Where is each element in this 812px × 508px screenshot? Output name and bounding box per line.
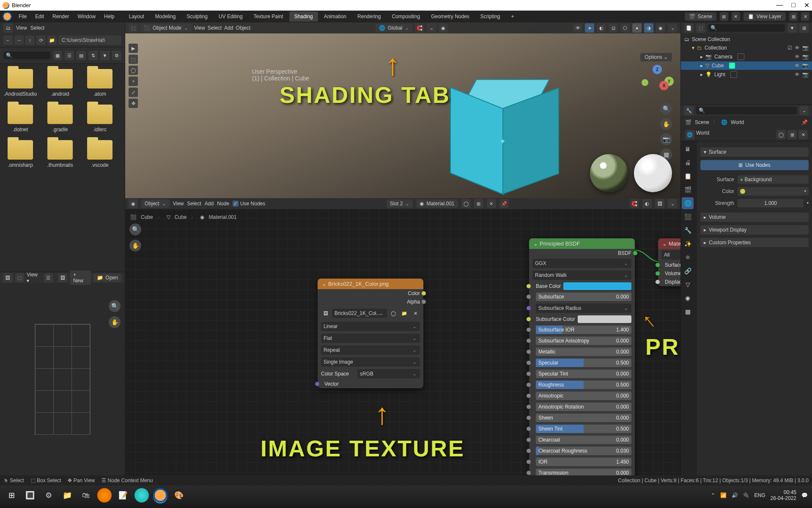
tab-layout[interactable]: Layout (124, 11, 149, 22)
mat-unlink-icon[interactable]: ✕ (487, 199, 496, 208)
app2-icon[interactable]: 🎨 (172, 488, 186, 502)
filebrowser-search[interactable]: 🔍 (3, 52, 50, 59)
props-search[interactable]: 🔍 (696, 107, 797, 114)
nav-refresh-icon[interactable]: ⟳ (36, 36, 46, 45)
notepad-icon[interactable]: 📝 (116, 488, 130, 502)
mat-pin-icon[interactable]: 📌 (499, 199, 509, 208)
outliner-item-cube[interactable]: ▸▽Cube👁📷 (681, 61, 812, 70)
render-icon[interactable]: 📷 (802, 45, 809, 51)
outliner-editor-type-icon[interactable]: 📑 (684, 23, 694, 33)
vp-select[interactable]: Select (208, 25, 222, 31)
menu-file[interactable]: File (17, 12, 28, 21)
hdri-sphere[interactable] (590, 154, 628, 192)
ptab-modifier-icon[interactable]: 🔧 (682, 224, 694, 236)
eye-icon[interactable]: 👁 (795, 63, 800, 69)
app1-icon[interactable] (134, 488, 149, 502)
folder-item[interactable]: .idlerc (83, 105, 117, 133)
ne-node[interactable]: Node (217, 201, 229, 207)
gizmo-icon[interactable]: ➤ (585, 23, 594, 33)
imtex-unlink-icon[interactable]: ✕ (411, 309, 420, 318)
socket-vector-icon[interactable] (315, 382, 319, 386)
node-editor[interactable]: ◉ Object⌄ View Select Add Node ✓ Use Nod… (125, 198, 680, 475)
bc-mat[interactable]: Material.001 (208, 214, 236, 220)
tab-sculpting[interactable]: Sculpting (182, 11, 213, 22)
tab-texture-paint[interactable]: Texture Paint (249, 11, 288, 22)
param-slider[interactable]: Clearcoat Roughness0.030 (536, 447, 631, 455)
world-unlink-icon[interactable]: ✕ (798, 130, 808, 139)
orientation-selector[interactable]: 🌐Global⌄ (376, 24, 413, 32)
socket-volume-icon[interactable] (656, 271, 660, 276)
nav-newdir-icon[interactable]: 📁 (47, 36, 57, 45)
uv-image-linked-icon[interactable]: 🖼 (58, 273, 67, 282)
viewlayer-new-button[interactable]: ⊞ (789, 12, 798, 21)
window-minimize-button[interactable]: — (776, 1, 783, 9)
tab-rendering[interactable]: Rendering (352, 11, 386, 22)
param-slider[interactable]: Subsurface Anisotropy0.000 (536, 337, 631, 345)
param-slider[interactable]: Anisotropic Rotation0.000 (536, 403, 631, 411)
firefox-icon[interactable] (97, 488, 112, 502)
nav-up-icon[interactable]: ↑ (25, 36, 35, 45)
socket-bsdf-icon[interactable] (633, 251, 637, 255)
axis-x-icon[interactable]: X (659, 81, 669, 90)
bsdf-sss-method[interactable]: Random Walk (532, 271, 631, 280)
vp-object[interactable]: Object (236, 25, 251, 31)
eye-icon[interactable]: 👁 (795, 54, 800, 60)
folder-item[interactable]: .atom (83, 69, 117, 97)
outliner-item-light[interactable]: ▸💡Light👁📷 (681, 70, 812, 79)
nav-back-icon[interactable]: ← (3, 36, 13, 45)
tab-add[interactable]: + (506, 11, 519, 22)
param-slider[interactable]: Specular Tint0.000 (536, 370, 631, 378)
grey-sphere[interactable] (634, 154, 672, 192)
socket-alpha-icon[interactable] (422, 300, 426, 304)
param-slider[interactable]: IOR1.450 (536, 458, 631, 466)
eye-icon[interactable]: 👁 (795, 45, 800, 51)
folder-item[interactable]: .android (43, 69, 77, 97)
explorer-icon[interactable]: 📁 (60, 488, 74, 502)
viewlayer-unlink-button[interactable]: ✕ (801, 12, 809, 21)
matout-target[interactable]: All (661, 250, 680, 260)
window-close-button[interactable]: ✕ (804, 1, 809, 9)
bsdf-distribution[interactable]: GGX (532, 259, 631, 268)
socket-icon[interactable] (527, 394, 531, 398)
ptab-data-icon[interactable]: ▽ (682, 279, 694, 290)
socket-color-icon[interactable] (422, 291, 426, 295)
tray-chevron-icon[interactable]: ⌃ (711, 492, 715, 498)
snap-menu-icon[interactable]: ⌄ (427, 23, 436, 33)
socket-icon[interactable] (527, 438, 531, 442)
scene-unlink-button[interactable]: ✕ (732, 12, 740, 21)
tab-scripting[interactable]: Scripting (475, 11, 505, 22)
uv-canvas[interactable]: 🔍 ✋ (0, 283, 125, 475)
3d-viewport[interactable]: ⬚ ⬛Object Mode⌄ View Select Add Object 🌐… (125, 22, 680, 198)
tab-compositing[interactable]: Compositing (387, 11, 425, 22)
pin-icon[interactable]: 📌 (801, 119, 808, 125)
node-editor-type-icon[interactable]: ◉ (129, 199, 138, 208)
imtex-projection[interactable]: Flat (321, 334, 420, 343)
ne-backdrop-icon[interactable]: 🖼 (655, 199, 664, 208)
ptab-viewlayer-icon[interactable]: 📋 (682, 170, 694, 182)
shading-rendered-icon[interactable]: ◉ (656, 23, 665, 33)
ne-options-icon[interactable]: ⌄ (668, 199, 677, 208)
viewport-editor-type-icon[interactable]: ⬚ (129, 23, 138, 33)
color-swatch[interactable] (578, 315, 631, 323)
render-icon[interactable]: 📷 (802, 72, 809, 77)
nav-fwd-icon[interactable]: → (14, 36, 24, 45)
tool-select-box-icon[interactable]: ⬚ (129, 55, 138, 64)
imtex-interp[interactable]: Linear (321, 322, 420, 331)
section-volume[interactable]: ▸Volume (700, 213, 809, 222)
material-selector[interactable]: ◉Material.001 (416, 199, 458, 208)
socket-surface-icon[interactable] (656, 263, 660, 267)
overlay-icon[interactable]: ◐ (597, 23, 606, 33)
menu-window[interactable]: Window (76, 12, 97, 21)
vp-add[interactable]: Add (224, 25, 233, 31)
outliner[interactable]: 🗂Scene Collection ▾🗀Collection☑👁📷 ▸📷Came… (681, 33, 812, 105)
param-slider[interactable]: Roughness0.500 (536, 381, 631, 389)
node-image-texture[interactable]: ⌄Bricks022_1K_Color.png Color Alpha 🖼 Br… (318, 279, 423, 388)
props-editor-type-icon[interactable]: 🔧 (684, 106, 694, 115)
param-slider[interactable]: Transmission0.000 (536, 469, 631, 475)
strength-value[interactable]: 1.000 (738, 199, 804, 207)
editor-type-filebrowser-icon[interactable]: 🗂 (3, 23, 13, 33)
mat-users-icon[interactable]: ◯ (461, 199, 471, 208)
socket-icon[interactable] (527, 427, 531, 431)
uv-view[interactable]: View ▾ (27, 272, 41, 284)
section-custom-props[interactable]: ▸Custom Properties (700, 238, 809, 247)
